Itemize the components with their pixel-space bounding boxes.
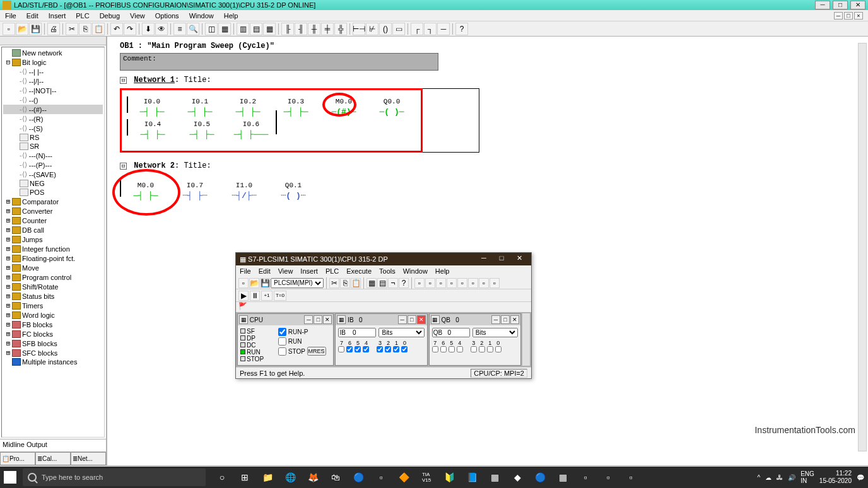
plcsim-menu-execute[interactable]: Execute (346, 267, 372, 275)
tree-neg[interactable]: NEG (30, 180, 45, 187)
plcsim-reset-icon[interactable]: 🚩 (238, 302, 247, 310)
qb-format-select[interactable]: Bits (472, 328, 518, 337)
firefox-icon[interactable]: 🦊 (303, 468, 323, 486)
tree-n[interactable]: ---(N)--- (29, 152, 52, 160)
qb-panel[interactable]: ▦ QB 0 ─ □ ✕ Bits 7 6 5 4 3 (429, 313, 521, 366)
mdi-close-button[interactable]: × (854, 12, 863, 20)
view2-icon[interactable]: ▤ (250, 23, 262, 35)
teamviewer-icon[interactable]: 🔵 (530, 468, 550, 486)
app6-icon[interactable]: ▫ (575, 468, 595, 486)
editor-content[interactable]: OB1 : "Main Program Sweep (Cycle)" Comme… (107, 37, 868, 465)
tree-not[interactable]: --|NOT|-- (29, 87, 57, 95)
goto-icon[interactable]: ≡ (173, 23, 186, 35)
panel-minimize-button[interactable]: ─ (491, 315, 500, 324)
ib-bit-7[interactable] (338, 346, 344, 352)
qb-address-input[interactable] (432, 328, 470, 337)
open-icon[interactable]: 📂 (16, 23, 28, 35)
ib-format-select[interactable]: Bits (378, 328, 424, 337)
tree-p[interactable]: ---(P)--- (29, 161, 52, 169)
ib-bit-4[interactable] (363, 346, 369, 352)
tree-sfc[interactable]: SFC blocks (22, 349, 57, 357)
menu-window[interactable]: Window (189, 12, 214, 20)
plcsim-block-icon[interactable]: ▫ (490, 278, 500, 288)
plcsim-interface-select[interactable]: PLCSIM(MPI) (271, 278, 324, 288)
vlc-icon[interactable]: 🔶 (394, 468, 414, 486)
cut-icon[interactable]: ✂ (66, 23, 78, 35)
mdi-restore-button[interactable]: □ (844, 12, 853, 20)
tree-status[interactable]: Status bits (22, 293, 54, 300)
tree-save[interactable]: --(SAVE) (29, 171, 56, 178)
find-icon[interactable]: 🔍 (187, 23, 199, 35)
menu-debug[interactable]: Debug (100, 12, 120, 20)
help-icon[interactable]: ? (455, 23, 468, 35)
edge-icon[interactable]: 🌐 (280, 468, 300, 486)
rung1-icon[interactable]: ╟ (281, 23, 294, 35)
ib-bit-1[interactable] (393, 346, 399, 352)
menu-edit[interactable]: Edit (26, 12, 38, 20)
tree-pos[interactable]: POS (30, 189, 44, 196)
qb-bit-1[interactable] (487, 346, 493, 352)
save-icon[interactable]: 💾 (29, 23, 42, 35)
collapse-icon[interactable]: ⊟ (120, 77, 127, 84)
print-icon[interactable]: 🖨 (47, 23, 60, 35)
plcsim-new-icon[interactable]: ▫ (238, 278, 249, 288)
undo-icon[interactable]: ↶ (110, 23, 123, 35)
connect-icon[interactable]: ─ (437, 23, 450, 35)
tree-counter[interactable]: Counter (22, 217, 47, 224)
plcsim-cascade-icon[interactable]: ▤ (377, 278, 387, 288)
tree-move[interactable]: Move (22, 264, 39, 272)
close-button[interactable]: ✕ (850, 1, 865, 9)
tree-new-network[interactable]: New network (22, 49, 62, 57)
plcsim-c-icon[interactable]: ▫ (457, 278, 467, 288)
tree-fc[interactable]: FC blocks (22, 330, 53, 338)
tree-dbcall[interactable]: DB call (22, 226, 44, 234)
tray-notifications-icon[interactable]: 💬 (857, 474, 864, 481)
panel-close-button[interactable]: ✕ (417, 315, 426, 324)
tray-lang[interactable]: ENGIN (801, 470, 814, 484)
rung4-icon[interactable]: ╪ (321, 23, 334, 35)
tree-wordlogic[interactable]: Word logic (22, 311, 55, 319)
collapse-icon[interactable]: ⊟ (120, 163, 127, 170)
chrome-icon[interactable]: 🔵 (348, 468, 368, 486)
comment-box[interactable]: Comment: (120, 53, 438, 71)
plcsim-t0-button[interactable]: T=0 (274, 291, 286, 301)
app8-icon[interactable]: ▫ (621, 468, 641, 486)
app4-icon[interactable]: ◆ (507, 468, 527, 486)
plcsim-save-icon[interactable]: 💾 (260, 278, 270, 288)
tree-bit-logic[interactable]: Bit logic (22, 59, 47, 66)
tray-clock[interactable]: 11:22 15-05-2020 (819, 470, 852, 485)
ib-bit-6[interactable] (346, 346, 353, 352)
qb-bit-3[interactable] (471, 346, 477, 352)
app5-icon[interactable]: ▦ (553, 468, 573, 486)
qb-bit-4[interactable] (457, 346, 463, 352)
menu-view[interactable]: View (130, 12, 145, 20)
taskview-icon[interactable]: ⊞ (235, 468, 255, 486)
ib-address-input[interactable] (338, 328, 376, 337)
view3-icon[interactable]: ▦ (263, 23, 276, 35)
tree-integer[interactable]: Integer function (22, 245, 70, 253)
plcsim-menu-file[interactable]: File (240, 267, 251, 275)
download-icon[interactable]: ⬇ (142, 23, 155, 35)
redo-icon[interactable]: ↷ (124, 23, 136, 35)
contact-no-icon[interactable]: ⊢⊣ (353, 23, 365, 35)
tab-network[interactable]: ≣Net... (71, 452, 106, 465)
plcsim-open-icon[interactable]: 📂 (249, 278, 259, 288)
plcsim-menu-plc[interactable]: PLC (326, 267, 339, 275)
maximize-button[interactable]: □ (833, 1, 848, 9)
plcsim-menu-window[interactable]: Window (403, 267, 428, 275)
tray-network-icon[interactable]: 🖧 (777, 474, 783, 481)
qb-bit-7[interactable] (432, 346, 438, 352)
app2-icon[interactable]: 🔰 (439, 468, 459, 486)
branch-open-icon[interactable]: ┌ (411, 23, 423, 35)
app3-icon[interactable]: ▦ (484, 468, 505, 486)
tree-multi[interactable]: Multiple instances (22, 358, 77, 366)
menu-help[interactable]: Help (224, 12, 238, 20)
tree-comparator[interactable]: Comparator (22, 198, 59, 206)
word-icon[interactable]: 📘 (462, 468, 482, 486)
copy-icon[interactable]: ⎘ (79, 23, 91, 35)
taskbar-search[interactable]: Type here to search (23, 468, 206, 486)
plcsim-maximize-button[interactable]: □ (493, 254, 510, 264)
runp-checkbox[interactable] (278, 328, 286, 336)
plcsim-menu-help[interactable]: Help (435, 267, 450, 275)
tree-jumps[interactable]: Jumps (22, 236, 42, 243)
